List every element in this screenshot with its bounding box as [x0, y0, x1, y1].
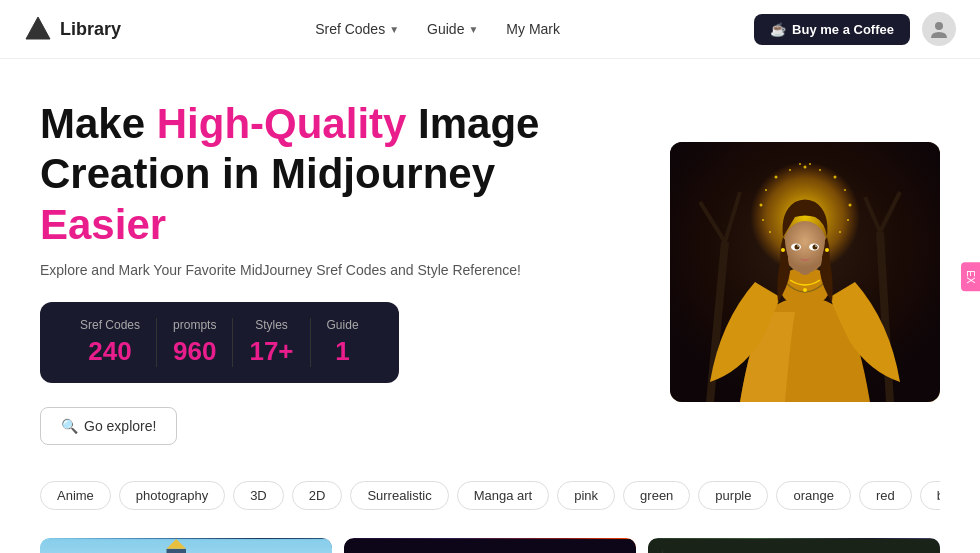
filter-tag-orange[interactable]: orange: [776, 481, 850, 510]
svg-point-32: [813, 245, 818, 250]
explore-button[interactable]: 🔍 Go explore!: [40, 407, 177, 445]
scroll-indicator-label: EX: [965, 270, 976, 283]
svg-point-14: [844, 189, 846, 191]
stat-prompts-value: 960: [173, 336, 216, 367]
svg-point-25: [799, 163, 801, 165]
filter-tag-surrealistic[interactable]: Surrealistic: [350, 481, 448, 510]
navbar-left: Library: [24, 15, 121, 43]
filter-green-label: green: [640, 488, 673, 503]
explore-icon: 🔍: [61, 418, 78, 434]
svg-point-20: [760, 204, 763, 207]
image-grid: [0, 526, 980, 553]
library-logo-icon: [24, 15, 52, 43]
hero-image-placeholder: [670, 142, 940, 402]
scroll-indicator[interactable]: EX: [961, 262, 980, 291]
svg-point-12: [819, 169, 821, 171]
navbar: Library Sref Codes ▼ Guide ▼ My Mark ☕ B…: [0, 0, 980, 59]
stat-sref-codes-label: Sref Codes: [80, 318, 140, 332]
filter-section: Anime photography 3D 2D Surrealistic Man…: [0, 465, 980, 526]
filter-tag-green[interactable]: green: [623, 481, 690, 510]
avatar[interactable]: [922, 12, 956, 46]
svg-point-15: [849, 204, 852, 207]
hero-title-make: Make: [40, 100, 157, 147]
stat-guide: Guide 1: [311, 318, 375, 367]
hero-title: Make High-Quality Image Creation in Midj…: [40, 99, 560, 250]
filter-red-label: red: [876, 488, 895, 503]
filter-manga-label: Manga art: [474, 488, 533, 503]
buy-coffee-button[interactable]: ☕ Buy me a Coffee: [754, 14, 910, 45]
filter-tag-purple[interactable]: purple: [698, 481, 768, 510]
svg-point-18: [775, 176, 778, 179]
nav-my-mark[interactable]: My Mark: [506, 21, 560, 37]
svg-point-22: [769, 231, 771, 233]
filter-tag-anime[interactable]: Anime: [40, 481, 111, 510]
stat-sref-codes: Sref Codes 240: [64, 318, 157, 367]
grid-item-3[interactable]: [648, 538, 940, 553]
filter-surrealistic-label: Surrealistic: [367, 488, 431, 503]
stat-styles-value: 17+: [249, 336, 293, 367]
svg-rect-41: [167, 549, 186, 553]
filter-tag-manga-art[interactable]: Manga art: [457, 481, 550, 510]
svg-rect-52: [648, 539, 940, 553]
nav-sref-codes[interactable]: Sref Codes ▼: [315, 21, 399, 37]
stat-guide-label: Guide: [327, 318, 359, 332]
navbar-right: ☕ Buy me a Coffee: [754, 12, 956, 46]
filter-tag-pink[interactable]: pink: [557, 481, 615, 510]
nav-guide-label: Guide: [427, 21, 464, 37]
sref-codes-chevron-icon: ▼: [389, 24, 399, 35]
hero-title-highlight1: High-Quality: [157, 100, 407, 147]
brand-name: Library: [60, 19, 121, 40]
svg-point-2: [935, 22, 943, 30]
filter-tag-red[interactable]: red: [859, 481, 912, 510]
hero-section: Make High-Quality Image Creation in Midj…: [0, 59, 980, 465]
buy-coffee-label: Buy me a Coffee: [792, 22, 894, 37]
guide-chevron-icon: ▼: [468, 24, 478, 35]
svg-point-34: [815, 245, 817, 247]
grid-image-1: [40, 538, 332, 553]
hero-content: Make High-Quality Image Creation in Midj…: [40, 99, 560, 445]
grid-image-3: [648, 538, 940, 553]
coffee-icon: ☕: [770, 22, 786, 37]
svg-point-16: [847, 219, 849, 221]
svg-point-36: [781, 248, 785, 252]
svg-point-21: [762, 219, 764, 221]
nav-sref-codes-label: Sref Codes: [315, 21, 385, 37]
hero-illustration: [670, 142, 940, 402]
filter-3d-label: 3D: [250, 488, 267, 503]
svg-point-31: [795, 245, 800, 250]
svg-point-28: [783, 221, 827, 273]
hero-title-image: Image: [406, 100, 539, 147]
hero-subtitle: Explore and Mark Your Favorite MidJourne…: [40, 262, 560, 278]
filter-anime-label: Anime: [57, 488, 94, 503]
hero-title-creation: Creation in Midjourney: [40, 150, 495, 197]
nav-my-mark-label: My Mark: [506, 21, 560, 37]
filter-pink-label: pink: [574, 488, 598, 503]
svg-point-17: [789, 169, 791, 171]
filter-purple-label: purple: [715, 488, 751, 503]
nav-guide[interactable]: Guide ▼: [427, 21, 478, 37]
svg-point-19: [765, 189, 767, 191]
svg-point-11: [804, 166, 807, 169]
grid-image-2: [344, 538, 636, 553]
hero-image: [670, 142, 940, 402]
stat-guide-value: 1: [327, 336, 359, 367]
navbar-center: Sref Codes ▼ Guide ▼ My Mark: [315, 21, 560, 37]
grid-item-1[interactable]: [40, 538, 332, 553]
svg-point-35: [803, 288, 807, 292]
filter-tag-2d[interactable]: 2D: [292, 481, 343, 510]
grid-item-2[interactable]: [344, 538, 636, 553]
hero-title-highlight2: Easier: [40, 201, 166, 248]
svg-rect-45: [344, 539, 636, 553]
stat-sref-codes-value: 240: [80, 336, 140, 367]
filter-tag-photography[interactable]: photography: [119, 481, 225, 510]
svg-point-23: [839, 231, 841, 233]
filter-tags-container: Anime photography 3D 2D Surrealistic Man…: [40, 481, 940, 510]
svg-rect-1: [34, 31, 42, 39]
stat-prompts-label: prompts: [173, 318, 216, 332]
stat-prompts: prompts 960: [157, 318, 233, 367]
svg-point-24: [809, 163, 811, 165]
filter-photography-label: photography: [136, 488, 208, 503]
filter-2d-label: 2D: [309, 488, 326, 503]
filter-tag-3d[interactable]: 3D: [233, 481, 284, 510]
filter-tag-blue[interactable]: blue: [920, 481, 940, 510]
